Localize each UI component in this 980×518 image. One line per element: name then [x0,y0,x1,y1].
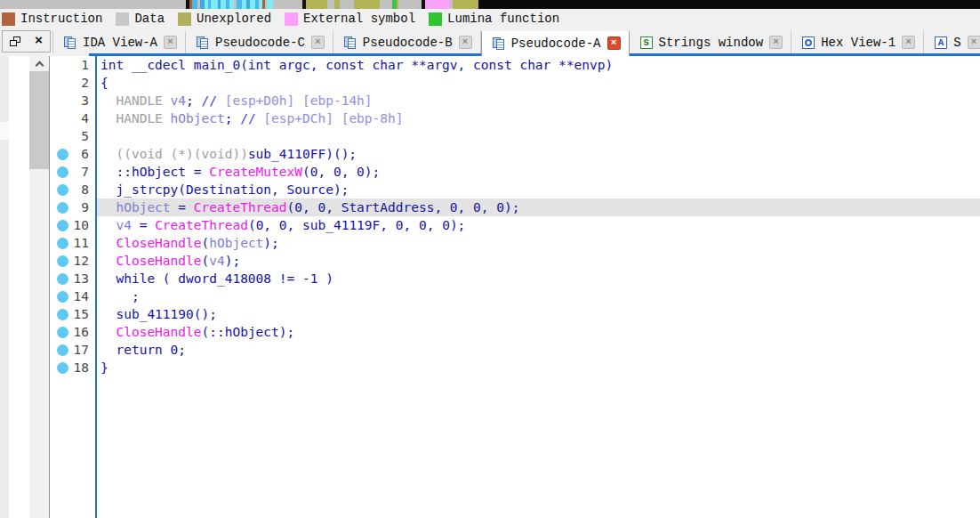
tab-close-icon[interactable]: × [968,36,980,49]
line-number: 10 [74,216,89,234]
breakpoint-dot[interactable] [57,202,68,214]
code-token: [esp+D0h] [ebp-14h] [225,93,373,108]
line-number: 12 [74,252,89,270]
tab-close-icon[interactable]: × [902,36,915,49]
navband-segment [267,0,273,9]
legend-label: Unexplored [197,12,271,26]
code-text[interactable]: int __cdecl main_0(int argc, const char … [95,56,980,74]
tab-pseudocode-a[interactable]: Pseudocode-A× [481,31,630,56]
code-token: (0, 0, 0); [302,165,380,179]
tab-ida-view-a[interactable]: IDA View-A× [52,31,186,53]
legend-item-lumina-function: Lumina function [429,12,559,26]
tab-pseudocode-b[interactable]: Pseudocode-B× [333,31,481,53]
code-token: ( [202,236,210,250]
tab-pseudocode-c[interactable]: Pseudocode-C× [186,31,333,53]
breakpoint-dot[interactable] [57,238,68,249]
gutter-cell: 8 [50,181,95,198]
code-token: ); [263,236,278,250]
navband-segment [478,0,980,9]
pseudocode-editor: 1int __cdecl main_0(int argc, const char… [50,56,980,518]
code-text[interactable]: ::hObject = CreateMutexW(0, 0, 0); [95,163,980,181]
code-token [100,93,116,108]
legend-label: Instruction [20,12,102,26]
navband-segment [273,0,302,9]
code-line: 15 sub_411190(); [50,305,980,323]
code-text[interactable]: sub_411190(); [95,305,980,323]
tab-hex-view-1[interactable]: Hex View-1× [791,31,924,53]
breakpoint-dot[interactable] [57,344,68,356]
code-text[interactable]: ; [95,287,980,305]
tab-close-icon[interactable]: × [607,36,621,50]
breakpoint-dot[interactable] [57,184,68,196]
tab-close-icon[interactable]: × [164,36,177,49]
code-text[interactable]: CloseHandle(::hObject); [95,323,980,341]
code-text[interactable]: return 0; [95,341,980,359]
code-text[interactable]: v4 = CreateThread(0, 0, sub_41119F, 0, 0… [95,216,980,234]
breakpoint-dot[interactable] [57,255,68,267]
float-window-icon[interactable] [10,36,20,46]
code-text[interactable]: { [95,74,980,92]
code-token: sub_4110FF)(); [248,147,357,161]
breakpoint-dot[interactable] [57,291,68,303]
code-token: CloseHandle [116,254,201,268]
gutter-cell: 10 [50,216,95,234]
tab-bar: × IDA View-A×Pseudocode-C×Pseudocode-B×P… [0,28,980,56]
tab-s[interactable]: AS× [924,31,980,53]
tab-label: Pseudocode-C [215,36,305,50]
code-text[interactable]: j_strcpy(Destination, Source); [95,181,980,198]
tab-close-icon[interactable]: × [769,36,783,49]
tab-close-icon[interactable]: × [311,36,325,49]
code-token: CreateThread [194,200,287,214]
gutter-cell: 5 [50,127,95,145]
breakpoint-dot[interactable] [57,273,68,285]
code-token: int __cdecl main_0(int argc, const char … [100,58,613,72]
close-pane-icon[interactable]: × [35,35,43,48]
breakpoint-dot[interactable] [57,327,68,338]
code-token: ; [100,289,140,304]
code-token: hObject [171,111,225,125]
breakpoint-dot[interactable] [57,362,68,374]
navband-segment [425,0,450,9]
code-token [100,325,116,339]
code-line: 10 v4 = CreateThread(0, 0, sub_41119F, 0… [50,216,980,234]
code-token: = [132,218,155,232]
scrollbar-thumb[interactable] [29,71,49,169]
code-token: HANDLE [116,93,170,108]
code-text[interactable]: HANDLE v4; // [esp+D0h] [ebp-14h] [95,92,980,109]
code-text[interactable]: HANDLE hObject; // [esp+DCh] [ebp-8h] [95,109,980,127]
code-line: 3 HANDLE v4; // [esp+D0h] [ebp-14h] [50,92,980,109]
legend-color-swatch [285,12,298,26]
code-token: ; [225,111,240,125]
code-token: CreateThread [155,218,248,232]
breakpoint-dot[interactable] [57,166,68,178]
breakpoint-dot[interactable] [57,149,68,160]
line-number: 18 [74,359,89,376]
navigation-band[interactable] [0,0,980,9]
code-text[interactable]: CloseHandle(v4); [95,252,980,270]
scroll-up-button[interactable] [29,56,49,71]
code-line: 6 ((void (*)(void))sub_4110FF)(); [50,145,980,163]
breakpoint-dot[interactable] [57,220,68,231]
code-text[interactable]: hObject = CreateThread(0, 0, StartAddres… [95,198,980,216]
code-text[interactable]: } [95,359,980,376]
pane-controls: × [2,30,51,53]
code-text[interactable] [95,127,980,145]
tab-close-icon[interactable]: × [459,36,472,49]
gutter-cell: 17 [50,341,95,359]
tab-strings-window[interactable]: sStrings window× [630,31,792,53]
breakpoint-dot[interactable] [57,309,68,320]
dock-strip-highlight [0,122,9,140]
code-token: v4 [116,218,131,232]
code-token: j_strcpy(Destination, Source); [100,182,349,197]
vertical-scrollbar[interactable] [29,56,49,518]
code-line: 17 return 0; [50,341,980,359]
tab-label: Strings window [659,36,764,50]
gutter-cell: 12 [50,252,95,270]
tab-label: Hex View-1 [821,36,896,50]
color-legend: InstructionDataUnexploredExternal symbol… [0,9,980,28]
code-text[interactable]: while ( dword_418008 != -1 ) [95,270,980,287]
code-text[interactable]: CloseHandle(hObject); [95,234,980,252]
struct-icon: A [934,36,948,50]
code-token [100,111,116,125]
code-text[interactable]: ((void (*)(void))sub_4110FF)(); [95,145,980,163]
